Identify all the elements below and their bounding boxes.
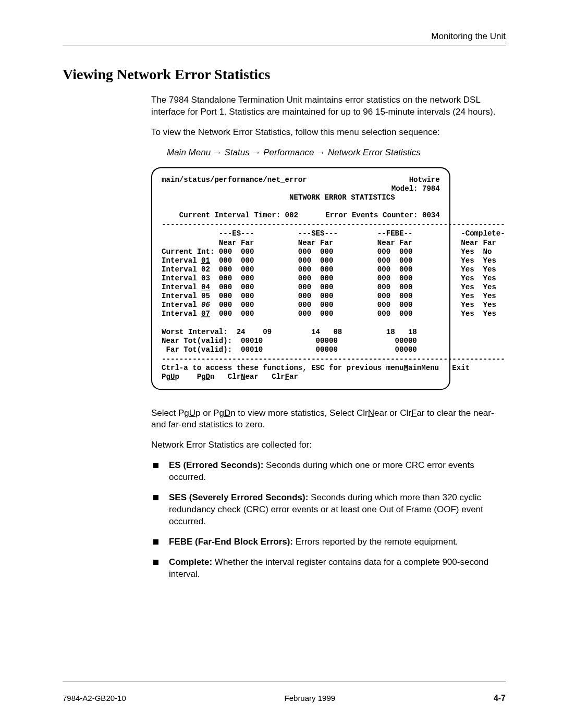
- definition-item: Complete: Whether the interval register …: [151, 557, 500, 581]
- definition-item: FEBE (Far-End Block Errors): Errors repo…: [151, 536, 500, 548]
- footer-rule: [63, 682, 506, 682]
- page-title: Viewing Network Error Statistics: [63, 66, 506, 83]
- footer: 7984-A2-GB20-10 February 1999 4-7: [63, 694, 506, 703]
- post-terminal-paragraph: Select PgUp or PgDn to view more statist…: [151, 408, 500, 431]
- definition-item: ES (Errored Seconds): Seconds during whi…: [151, 460, 500, 484]
- running-header: Monitoring the Unit: [63, 31, 506, 42]
- header-rule: [63, 45, 506, 45]
- intro-paragraph-2: To view the Network Error Statistics, fo…: [151, 127, 500, 139]
- footer-doc-id: 7984-A2-GB20-10: [63, 694, 126, 703]
- post-terminal-paragraph-2: Network Error Statistics are collected f…: [151, 439, 500, 451]
- footer-page-number: 4-7: [494, 694, 506, 703]
- definitions-list: ES (Errored Seconds): Seconds during whi…: [151, 460, 500, 581]
- menu-sequence: Main Menu → Status → Performance → Netwo…: [151, 147, 500, 159]
- definition-item: SES (Severely Errored Seconds): Seconds …: [151, 492, 500, 528]
- intro-paragraph: The 7984 Standalone Termination Unit mai…: [151, 94, 500, 118]
- terminal-screen: main/status/performance/net_errorHotwire…: [151, 167, 450, 390]
- footer-date: February 1999: [285, 694, 336, 703]
